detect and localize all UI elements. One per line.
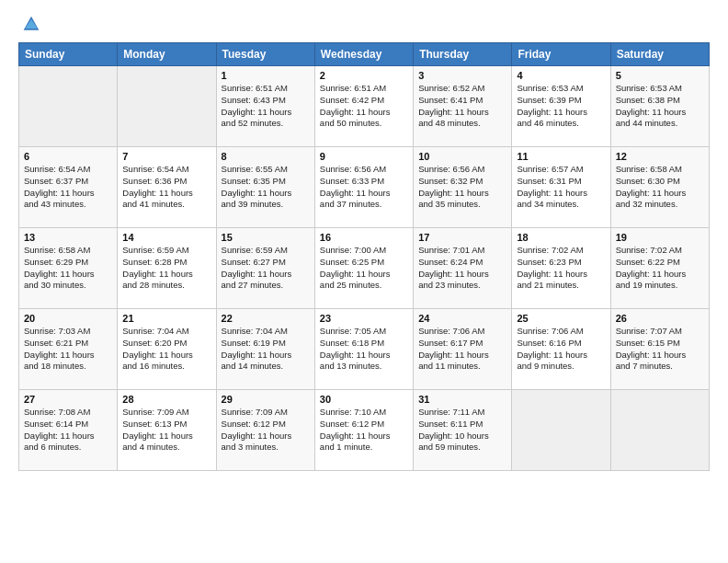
calendar-cell: 11Sunrise: 6:57 AM Sunset: 6:31 PM Dayli… [512,147,610,228]
day-number: 13 [24,232,112,243]
day-number: 31 [418,394,506,405]
calendar-cell: 14Sunrise: 6:59 AM Sunset: 6:28 PM Dayli… [118,228,216,309]
calendar-week-5: 27Sunrise: 7:08 AM Sunset: 6:14 PM Dayli… [19,390,710,471]
day-info: Sunrise: 7:10 AM Sunset: 6:12 PM Dayligh… [320,407,408,454]
calendar-cell: 10Sunrise: 6:56 AM Sunset: 6:32 PM Dayli… [414,147,512,228]
day-number: 25 [517,313,605,324]
day-number: 21 [122,313,210,324]
day-number: 4 [517,70,605,81]
calendar-cell: 30Sunrise: 7:10 AM Sunset: 6:12 PM Dayli… [314,390,413,471]
day-number: 18 [517,232,605,243]
day-number: 12 [616,151,704,162]
calendar-cell: 12Sunrise: 6:58 AM Sunset: 6:30 PM Dayli… [610,147,709,228]
day-info: Sunrise: 6:57 AM Sunset: 6:31 PM Dayligh… [517,164,605,211]
day-number: 16 [320,232,408,243]
calendar-cell [610,390,709,471]
day-number: 8 [222,151,310,162]
day-number: 22 [222,313,310,324]
day-info: Sunrise: 7:07 AM Sunset: 6:15 PM Dayligh… [616,326,704,373]
calendar-cell: 22Sunrise: 7:04 AM Sunset: 6:19 PM Dayli… [216,309,314,390]
calendar-week-4: 20Sunrise: 7:03 AM Sunset: 6:21 PM Dayli… [19,309,710,390]
calendar-cell: 6Sunrise: 6:54 AM Sunset: 6:37 PM Daylig… [19,147,118,228]
day-number: 28 [122,394,210,405]
day-number: 26 [616,313,704,324]
calendar-cell: 5Sunrise: 6:53 AM Sunset: 6:38 PM Daylig… [610,66,709,147]
calendar-header-row: SundayMondayTuesdayWednesdayThursdayFrid… [19,43,710,66]
day-number: 11 [517,151,605,162]
day-info: Sunrise: 7:03 AM Sunset: 6:21 PM Dayligh… [24,326,112,373]
day-number: 20 [24,313,112,324]
day-number: 5 [616,70,704,81]
weekday-header-wednesday: Wednesday [314,43,413,66]
weekday-header-monday: Monday [118,43,216,66]
logo-icon [22,15,40,33]
calendar-cell: 23Sunrise: 7:05 AM Sunset: 6:18 PM Dayli… [314,309,413,390]
calendar-cell [512,390,610,471]
logo [18,15,40,33]
day-number: 3 [418,70,506,81]
calendar-cell: 3Sunrise: 6:52 AM Sunset: 6:41 PM Daylig… [414,66,512,147]
calendar-week-1: 1Sunrise: 6:51 AM Sunset: 6:43 PM Daylig… [19,66,710,147]
day-number: 1 [222,70,310,81]
page-header [18,15,710,33]
day-info: Sunrise: 7:11 AM Sunset: 6:11 PM Dayligh… [418,407,506,454]
calendar-cell: 24Sunrise: 7:06 AM Sunset: 6:17 PM Dayli… [414,309,512,390]
day-number: 17 [418,232,506,243]
calendar-cell: 13Sunrise: 6:58 AM Sunset: 6:29 PM Dayli… [19,228,118,309]
calendar-cell: 26Sunrise: 7:07 AM Sunset: 6:15 PM Dayli… [610,309,709,390]
day-number: 27 [24,394,112,405]
weekday-header-sunday: Sunday [19,43,118,66]
calendar-cell: 8Sunrise: 6:55 AM Sunset: 6:35 PM Daylig… [216,147,314,228]
calendar-cell: 25Sunrise: 7:06 AM Sunset: 6:16 PM Dayli… [512,309,610,390]
day-info: Sunrise: 7:08 AM Sunset: 6:14 PM Dayligh… [24,407,112,454]
calendar-cell [19,66,118,147]
calendar-cell: 1Sunrise: 6:51 AM Sunset: 6:43 PM Daylig… [216,66,314,147]
day-number: 30 [320,394,408,405]
calendar-table: SundayMondayTuesdayWednesdayThursdayFrid… [18,42,710,471]
calendar-cell: 31Sunrise: 7:11 AM Sunset: 6:11 PM Dayli… [414,390,512,471]
day-number: 15 [222,232,310,243]
day-info: Sunrise: 6:55 AM Sunset: 6:35 PM Dayligh… [222,164,310,211]
day-info: Sunrise: 7:09 AM Sunset: 6:12 PM Dayligh… [222,407,310,454]
day-info: Sunrise: 6:53 AM Sunset: 6:39 PM Dayligh… [517,83,605,130]
day-info: Sunrise: 6:58 AM Sunset: 6:29 PM Dayligh… [24,245,112,292]
weekday-header-saturday: Saturday [610,43,709,66]
day-number: 9 [320,151,408,162]
calendar-cell: 19Sunrise: 7:02 AM Sunset: 6:22 PM Dayli… [610,228,709,309]
day-info: Sunrise: 7:06 AM Sunset: 6:16 PM Dayligh… [517,326,605,373]
day-info: Sunrise: 7:02 AM Sunset: 6:23 PM Dayligh… [517,245,605,292]
day-info: Sunrise: 7:00 AM Sunset: 6:25 PM Dayligh… [320,245,408,292]
day-info: Sunrise: 6:56 AM Sunset: 6:32 PM Dayligh… [418,164,506,211]
day-number: 19 [616,232,704,243]
calendar-cell: 2Sunrise: 6:51 AM Sunset: 6:42 PM Daylig… [314,66,413,147]
day-info: Sunrise: 6:53 AM Sunset: 6:38 PM Dayligh… [616,83,704,130]
day-number: 6 [24,151,112,162]
calendar-cell: 28Sunrise: 7:09 AM Sunset: 6:13 PM Dayli… [118,390,216,471]
calendar-cell: 9Sunrise: 6:56 AM Sunset: 6:33 PM Daylig… [314,147,413,228]
day-info: Sunrise: 6:54 AM Sunset: 6:36 PM Dayligh… [122,164,210,211]
calendar-cell: 17Sunrise: 7:01 AM Sunset: 6:24 PM Dayli… [414,228,512,309]
calendar-cell: 16Sunrise: 7:00 AM Sunset: 6:25 PM Dayli… [314,228,413,309]
day-info: Sunrise: 6:56 AM Sunset: 6:33 PM Dayligh… [320,164,408,211]
calendar-cell: 15Sunrise: 6:59 AM Sunset: 6:27 PM Dayli… [216,228,314,309]
weekday-header-thursday: Thursday [414,43,512,66]
day-info: Sunrise: 7:09 AM Sunset: 6:13 PM Dayligh… [122,407,210,454]
day-info: Sunrise: 6:59 AM Sunset: 6:27 PM Dayligh… [222,245,310,292]
calendar-cell [118,66,216,147]
day-info: Sunrise: 6:58 AM Sunset: 6:30 PM Dayligh… [616,164,704,211]
weekday-header-friday: Friday [512,43,610,66]
day-info: Sunrise: 7:05 AM Sunset: 6:18 PM Dayligh… [320,326,408,373]
calendar-cell: 4Sunrise: 6:53 AM Sunset: 6:39 PM Daylig… [512,66,610,147]
calendar-cell: 29Sunrise: 7:09 AM Sunset: 6:12 PM Dayli… [216,390,314,471]
svg-marker-1 [25,19,37,29]
calendar-week-2: 6Sunrise: 6:54 AM Sunset: 6:37 PM Daylig… [19,147,710,228]
day-number: 23 [320,313,408,324]
day-number: 29 [222,394,310,405]
calendar-cell: 7Sunrise: 6:54 AM Sunset: 6:36 PM Daylig… [118,147,216,228]
day-info: Sunrise: 6:51 AM Sunset: 6:43 PM Dayligh… [222,83,310,130]
day-number: 2 [320,70,408,81]
day-info: Sunrise: 7:04 AM Sunset: 6:20 PM Dayligh… [122,326,210,373]
calendar-week-3: 13Sunrise: 6:58 AM Sunset: 6:29 PM Dayli… [19,228,710,309]
calendar-cell: 18Sunrise: 7:02 AM Sunset: 6:23 PM Dayli… [512,228,610,309]
day-info: Sunrise: 7:04 AM Sunset: 6:19 PM Dayligh… [222,326,310,373]
